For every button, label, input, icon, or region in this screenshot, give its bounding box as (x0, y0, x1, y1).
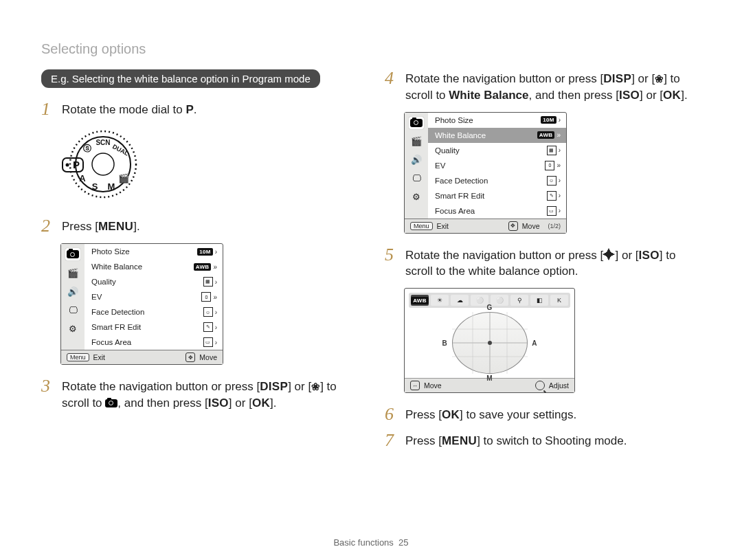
menu-row: Photo Size10M› (85, 244, 223, 259)
menu-row-selected: White BalanceAWB» (428, 128, 566, 143)
menu-row: Face Detection☺› (85, 304, 223, 320)
menu-row: Face Detection☺› (428, 173, 566, 188)
wb-footer-adjust: Adjust (549, 381, 569, 390)
menu-row: EV0» (85, 289, 223, 304)
flash-icon: ⯌ (603, 247, 615, 264)
wb-footer-move: Move (424, 381, 442, 390)
step-number: 4 (385, 69, 398, 87)
wb-axis-b: B (442, 339, 447, 347)
menu-row: Quality▦› (85, 274, 223, 289)
video-icon: 🎬 (409, 135, 424, 148)
page-count: (1/2) (548, 223, 561, 229)
menu-row: EV0» (428, 158, 566, 173)
left-column: E.g. Selecting the white balance option … (41, 69, 357, 458)
wb-axis-g: G (487, 304, 493, 311)
svg-text:A: A (79, 173, 86, 183)
wb-chip: ⚪ (471, 295, 488, 306)
step-text: Rotate the navigation button or press [D… (405, 69, 701, 104)
step-1: 1 Rotate the mode dial to P. (41, 100, 357, 118)
step-text: Rotate the navigation button or press [⯌… (405, 246, 701, 280)
wb-chip: AWB (411, 295, 429, 306)
camera-icon (65, 248, 80, 260)
menu-row: Focus Area▭› (85, 335, 223, 350)
step-number: 5 (385, 246, 398, 264)
sound-icon: 🔊 (409, 154, 424, 166)
step-text: Rotate the mode dial to P. (62, 100, 197, 118)
svg-text:M: M (108, 181, 115, 192)
camera-icon (105, 399, 117, 407)
menu-row: White BalanceAWB» (85, 259, 223, 274)
display-icon: 🖵 (409, 172, 424, 185)
example-callout: E.g. Selecting the white balance option … (41, 69, 320, 88)
wb-chip: ☁ (451, 295, 469, 306)
step-number: 6 (385, 405, 398, 423)
svg-text:ⓢ: ⓢ (83, 144, 91, 153)
wb-axis-m: M (486, 374, 492, 382)
nav-icon: ✥ (508, 221, 518, 231)
camera-menu-screenshot-2: 🎬 🔊 🖵 ⚙ Photo Size10M› White BalanceAWB»… (404, 112, 567, 234)
svg-text:SCN: SCN (95, 139, 110, 146)
step-number: 3 (41, 377, 55, 395)
mode-p: P (186, 103, 194, 116)
menu-footer-move: Move (199, 353, 217, 361)
video-icon: 🎬 (65, 267, 80, 279)
step-number: 1 (41, 100, 55, 118)
right-column: 4 Rotate the navigation button or press … (385, 69, 701, 458)
step-5: 5 Rotate the navigation button or press … (385, 246, 701, 280)
macro-flower-icon: ❀ (655, 73, 664, 85)
menu-sidebar: 🎬 🔊 🖵 ⚙ (61, 244, 85, 350)
page-header: Selecting options (41, 41, 701, 57)
gear-icon: ⚙ (409, 191, 424, 203)
camera-icon (409, 117, 424, 129)
svg-point-2 (92, 153, 114, 175)
menu-footer-exit: Exit (93, 353, 106, 361)
menu-row: Smart FR Edit✎› (428, 188, 566, 203)
wb-chip: ⚪ (491, 295, 508, 306)
menu-footer-pill: Menu (67, 353, 89, 361)
svg-text:🎬: 🎬 (118, 172, 130, 184)
svg-point-11 (66, 164, 69, 167)
wb-chip: ☀ (431, 295, 449, 306)
menu-row: Focus Area▭› (428, 203, 566, 219)
display-icon: 🖵 (65, 304, 80, 316)
svg-point-19 (488, 341, 492, 345)
svg-text:P: P (73, 159, 80, 170)
step-2: 2 Press [MENU]. (41, 217, 357, 235)
wb-chip: ⚲ (510, 295, 528, 306)
step-6: 6 Press [OK] to save your settings. (385, 405, 701, 423)
menu-button-label: MENU (98, 219, 133, 235)
gear-icon: ⚙ (65, 322, 80, 335)
menu-row: Quality▦› (428, 143, 566, 158)
svg-text:S: S (92, 181, 98, 192)
nav-icon: ✥ (186, 352, 195, 362)
step-number: 7 (385, 432, 398, 449)
page-footer: Basic functions 25 (41, 537, 701, 548)
mode-dial-graphic: SCN ⓢ DUAL A S M 🎬 P (60, 126, 357, 205)
step-text: Rotate the navigation button or press [D… (62, 377, 357, 412)
macro-flower-icon: ❀ (311, 381, 320, 392)
white-balance-screenshot: AWB ☀ ☁ ⚪ ⚪ ⚲ ◧ K (404, 288, 575, 393)
svg-text:DUAL: DUAL (111, 143, 130, 157)
menu-row: Photo Size10M› (428, 113, 566, 128)
step-text: Press [MENU] to switch to Shooting mode. (405, 432, 627, 449)
leftright-icon: ↔ (410, 381, 420, 390)
wb-axis-a: A (532, 339, 537, 347)
magnify-icon (535, 381, 545, 390)
wb-chip: ◧ (530, 295, 548, 306)
step-4: 4 Rotate the navigation button or press … (385, 69, 701, 104)
step-number: 2 (41, 217, 55, 235)
step-text: Press [MENU]. (62, 217, 140, 235)
step-text: Press [OK] to save your settings. (405, 405, 576, 423)
menu-row: Smart FR Edit✎› (85, 320, 223, 335)
sound-icon: 🔊 (65, 285, 80, 298)
menu-list: Photo Size10M› White BalanceAWB» Quality… (85, 244, 223, 350)
wb-adjust-grid: G M B A (452, 312, 528, 374)
step-3: 3 Rotate the navigation button or press … (41, 377, 357, 412)
camera-menu-screenshot-1: 🎬 🔊 🖵 ⚙ Photo Size10M› White BalanceAWB»… (60, 243, 223, 365)
wb-chip: K (550, 295, 568, 306)
step-7: 7 Press [MENU] to switch to Shooting mod… (385, 432, 701, 449)
